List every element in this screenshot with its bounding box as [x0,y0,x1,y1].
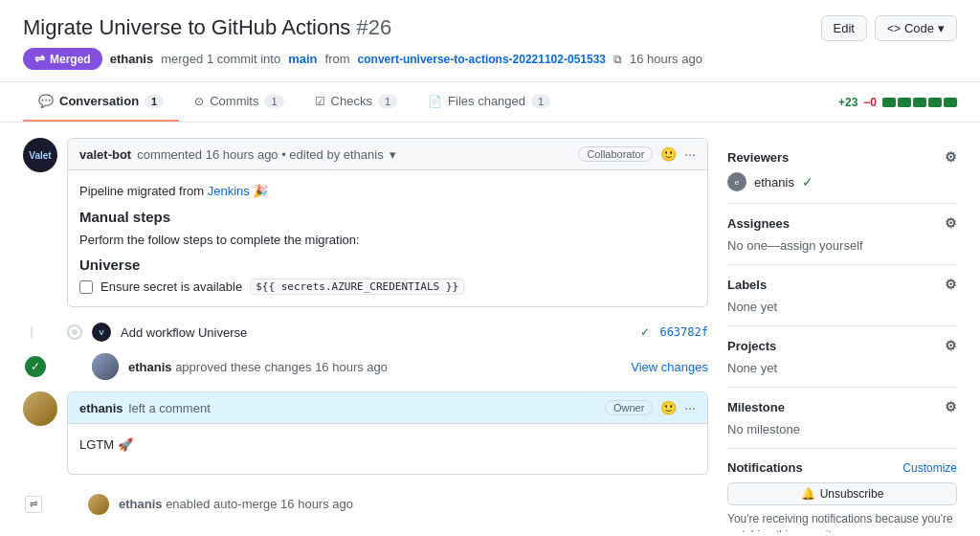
comment-header: valet-bot commented 16 hours ago • edite… [68,139,707,170]
collaborator-badge: Collaborator [578,146,653,162]
notification-description: You're receiving notifications because y… [727,511,957,532]
labels-empty: None yet [727,300,777,314]
reaction-icon[interactable]: 🙂 [660,146,677,162]
checkbox-label: Ensure secret is available [100,279,242,294]
projects-gear-icon[interactable]: ⚙ [945,338,957,353]
checks-icon: ☑ [315,95,325,108]
jenkins-link[interactable]: Jenkins [208,184,250,198]
projects-header: Projects ⚙ [727,338,957,353]
milestone-section: Milestone ⚙ No milestone [727,388,957,449]
labels-header: Labels ⚙ [727,277,957,292]
tab-checks[interactable]: ☑ Checks 1 [300,82,412,122]
conversation-icon: 💬 [38,94,54,108]
approver-name: ethanis [128,360,172,374]
auto-merge-author: ethanis [119,497,163,511]
milestone-header: Milestone ⚙ [727,399,957,414]
reviewers-gear-icon[interactable]: ⚙ [945,149,957,165]
unsubscribe-button[interactable]: 🔔 Unsubscribe [727,482,957,505]
commit-check-icon: ✓ [640,325,650,339]
compare-branch-link[interactable]: convert-universe-to-actions-20221102-051… [358,53,606,66]
universe-heading: Universe [79,257,696,273]
diff-block-4 [928,98,942,107]
more-options-icon[interactable]: ··· [684,146,696,162]
diff-block-2 [898,98,911,107]
base-branch-link[interactable]: main [288,52,317,66]
projects-section: Projects ⚙ None yet [727,326,957,388]
valet-comment: Valet valet-bot commented 16 hours ago •… [23,138,708,307]
comment-author: valet-bot [79,147,131,162]
projects-empty: None yet [727,361,777,375]
bell-icon: 🔔 [801,487,815,501]
manual-steps-heading: Manual steps [79,209,696,225]
lgtm-comment-body: LGTM 🚀 [68,424,707,474]
labels-gear-icon[interactable]: ⚙ [945,277,957,292]
reviewers-section: Reviewers ⚙ e ethanis ✓ [727,138,957,204]
approval-item: ✓ ethanis approved these changes 16 hour… [23,346,708,384]
diff-block-1 [882,98,896,107]
comment-body: Pipeline migrated from Jenkins 🎉 Manual … [68,170,707,306]
commit-dot-inner [72,329,78,335]
commits-icon: ⊙ [194,95,204,108]
comment-intro: Pipeline migrated from Jenkins 🎉 [79,182,696,201]
ensure-secret-checkbox[interactable] [79,280,93,294]
labels-section: Labels ⚙ None yet [727,265,957,326]
files-icon: 📄 [428,95,442,108]
checkbox-item: Ensure secret is available ${{ secrets.A… [79,279,696,295]
code-snippet: ${{ secrets.AZURE_CREDENTIALS }} [250,279,464,295]
diff-blocks [882,98,957,107]
code-button[interactable]: <> Code ▾ [875,15,957,41]
commit-sha[interactable]: 663782f [659,325,708,339]
commit-message: Add workflow Universe [121,325,247,340]
additions-stat: +23 [838,96,858,109]
notifications-header: Notifications Customize [727,460,957,475]
lgtm-comment-header: ethanis left a comment Owner 🙂 ··· [68,392,707,424]
auto-merge-text: ethanis enabled auto-merge 16 hours ago [119,497,353,511]
edit-button[interactable]: Edit [821,15,867,41]
assignees-header: Assignees ⚙ [727,215,957,231]
diff-block-3 [913,98,926,107]
tab-conversation[interactable]: 💬 Conversation 1 [23,82,179,122]
commit-avatar: V [92,323,111,342]
notifications-section: Notifications Customize 🔔 Unsubscribe Yo… [727,449,957,532]
approved-icon: ✓ [25,356,46,377]
lgtm-comment-action: left a comment [129,401,211,415]
pr-meta-action: merged 1 commit into [161,52,280,66]
milestone-empty: No milestone [727,422,800,436]
milestone-gear-icon[interactable]: ⚙ [945,399,957,414]
assignees-empty: No one—assign yourself [727,238,863,253]
sidebar: Reviewers ⚙ e ethanis ✓ Assignees ⚙ No o… [727,138,957,517]
owner-badge: Owner [605,400,653,415]
lgtm-more-icon[interactable]: ··· [684,400,696,415]
ethanis-avatar [23,391,57,426]
assignees-gear-icon[interactable]: ⚙ [945,215,957,231]
reviewer-check-icon: ✓ [802,174,813,190]
lgtm-comment-author: ethanis [79,401,123,415]
valet-avatar: Valet [23,138,57,172]
copy-icon[interactable]: ⧉ [613,53,622,66]
edit-chevron-icon[interactable]: ▾ [390,147,396,162]
tab-commits[interactable]: ⊙ Commits 1 [179,82,299,122]
lgtm-reaction-icon[interactable]: 🙂 [660,400,677,415]
lgtm-text: LGTM 🚀 [79,436,696,455]
auto-merge-item: ⇌ ethanis enabled auto-merge 16 hours ag… [23,486,708,515]
view-changes-link[interactable]: View changes [631,360,708,374]
auto-merge-icon: ⇌ [25,496,42,513]
assignees-section: Assignees ⚙ No one—assign yourself [727,204,957,265]
auto-merge-avatar [88,494,109,515]
assign-yourself-link[interactable]: assign yourself [780,238,863,253]
diff-stats: +23 −0 [838,96,957,109]
reviewers-header: Reviewers ⚙ [727,149,957,165]
code-icon: <> [887,22,901,35]
tab-files-changed[interactable]: 📄 Files changed 1 [412,82,566,122]
pr-title: Migrate Universe to GitHub Actions #26 [23,15,957,40]
timeline-connector [31,326,33,338]
tabs-bar: 💬 Conversation 1 ⊙ Commits 1 ☑ Checks 1 … [0,82,980,123]
valet-comment-box: valet-bot commented 16 hours ago • edite… [67,138,708,307]
reviewer-item: e ethanis ✓ [727,172,957,191]
reviewer-avatar: e [727,172,746,191]
merge-icon: ⇌ [34,52,45,66]
approver-avatar [92,353,119,380]
customize-link[interactable]: Customize [902,461,957,475]
lgtm-comment-box: ethanis left a comment Owner 🙂 ··· LGTM … [67,391,708,475]
pr-meta-time: 16 hours ago [630,52,702,66]
